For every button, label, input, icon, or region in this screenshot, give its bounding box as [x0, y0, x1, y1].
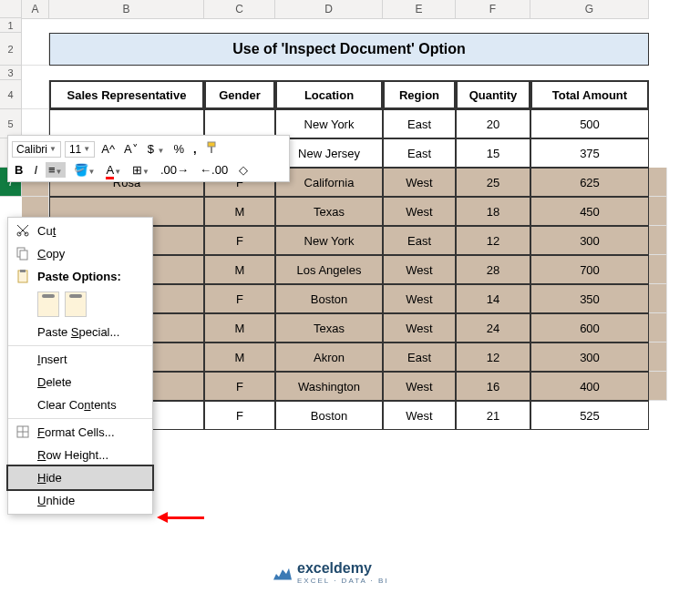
cell[interactable]: 18 — [456, 197, 530, 226]
italic-icon[interactable]: I — [31, 162, 40, 178]
format-painter-icon[interactable] — [203, 139, 223, 158]
menu-copy[interactable]: Copy — [8, 242, 152, 265]
cell[interactable]: Boston — [275, 284, 383, 313]
cell[interactable]: M — [204, 255, 275, 284]
cell[interactable]: 600 — [530, 313, 649, 343]
cell[interactable]: East — [383, 226, 456, 255]
clear-format-icon[interactable]: ◇ — [236, 162, 251, 178]
cell[interactable]: West — [383, 255, 456, 284]
bold-icon[interactable]: B — [12, 162, 26, 178]
col-B[interactable]: B — [49, 0, 204, 19]
cell[interactable]: F — [204, 401, 275, 430]
col-F[interactable]: F — [456, 0, 530, 19]
select-all-corner[interactable] — [0, 0, 22, 18]
cell[interactable]: Akron — [275, 343, 383, 372]
accounting-format-icon[interactable]: $ ▼ — [145, 141, 168, 157]
cell[interactable]: F — [204, 226, 275, 255]
cell[interactable]: 28 — [456, 255, 530, 284]
col-A[interactable]: A — [22, 0, 49, 19]
cell[interactable]: M — [204, 313, 275, 343]
increase-font-icon[interactable]: A^ — [98, 141, 118, 157]
font-selector[interactable]: Calibri▼ — [12, 141, 61, 158]
svg-rect-0 — [208, 142, 215, 147]
menu-insert[interactable]: Insert — [8, 348, 152, 371]
column-headers: A B C D E F G — [0, 0, 649, 19]
menu-row-height[interactable]: Row Height... — [8, 444, 152, 466]
row-3[interactable]: 3 — [0, 66, 22, 80]
menu-hide[interactable]: Hide — [8, 466, 152, 489]
borders-icon[interactable]: ⊞▼ — [129, 162, 152, 178]
cell[interactable]: East — [383, 343, 456, 372]
format-cells-icon — [15, 424, 30, 439]
cell[interactable]: New York — [275, 109, 383, 138]
paste-option-1[interactable] — [37, 291, 59, 317]
cell[interactable]: New Jersey — [275, 138, 383, 168]
cell[interactable]: 12 — [456, 343, 530, 372]
cell[interactable]: Boston — [275, 401, 383, 430]
cell[interactable]: 625 — [530, 168, 649, 197]
cell[interactable]: 15 — [456, 138, 530, 168]
cell[interactable]: 375 — [530, 138, 649, 168]
fill-color-icon[interactable]: 🪣▼ — [71, 162, 98, 178]
cell[interactable]: 300 — [530, 226, 649, 255]
row-1[interactable]: 1 — [0, 18, 22, 33]
col-G[interactable]: G — [530, 0, 649, 19]
cell[interactable]: West — [383, 284, 456, 313]
cell[interactable]: F — [204, 372, 275, 401]
cell[interactable]: West — [383, 313, 456, 343]
menu-cut[interactable]: Cut — [8, 220, 152, 242]
decrease-decimal-icon[interactable]: ←.00 — [197, 162, 231, 178]
col-D[interactable]: D — [275, 0, 383, 19]
cell[interactable]: West — [383, 372, 456, 401]
align-icon[interactable]: ≡▼ — [46, 162, 66, 178]
cell[interactable]: East — [383, 109, 456, 138]
cell[interactable]: 525 — [530, 401, 649, 430]
svg-rect-7 — [20, 250, 27, 260]
cell[interactable]: F — [204, 284, 275, 313]
cell[interactable]: 21 — [456, 401, 530, 430]
header-total: Total Amount — [530, 80, 649, 109]
cell[interactable]: Texas — [275, 197, 383, 226]
cell[interactable]: M — [204, 343, 275, 372]
cell[interactable]: West — [383, 168, 456, 197]
cell[interactable]: M — [204, 197, 275, 226]
col-C[interactable]: C — [204, 0, 275, 19]
cell[interactable]: 25 — [456, 168, 530, 197]
cell[interactable]: 300 — [530, 343, 649, 372]
cell[interactable]: Washington — [275, 372, 383, 401]
menu-format-cells[interactable]: Format Cells... — [8, 421, 152, 444]
row-2[interactable]: 2 — [0, 33, 22, 66]
cell[interactable]: 350 — [530, 284, 649, 313]
cell[interactable]: 20 — [456, 109, 530, 138]
col-E[interactable]: E — [383, 0, 456, 19]
percent-format-icon[interactable]: % — [170, 141, 187, 157]
font-color-icon[interactable]: A▼ — [103, 162, 124, 178]
cell[interactable]: 16 — [456, 372, 530, 401]
menu-paste-special[interactable]: Paste Special... — [8, 321, 152, 343]
font-size-selector[interactable]: 11▼ — [65, 141, 95, 158]
cell[interactable]: West — [383, 197, 456, 226]
menu-clear[interactable]: Clear Contents — [8, 394, 152, 416]
row-4[interactable]: 4 — [0, 80, 22, 109]
cell[interactable]: West — [383, 401, 456, 430]
cell[interactable]: 700 — [530, 255, 649, 284]
cell[interactable]: 24 — [456, 313, 530, 343]
cell[interactable]: California — [275, 168, 383, 197]
decrease-font-icon[interactable]: A˅ — [121, 141, 141, 157]
paste-option-2[interactable] — [65, 291, 87, 317]
menu-delete[interactable]: Delete — [8, 371, 152, 394]
cell[interactable]: Los Angeles — [275, 255, 383, 284]
increase-decimal-icon[interactable]: .00→ — [158, 162, 191, 178]
cell[interactable]: Texas — [275, 313, 383, 343]
scissors-icon — [15, 223, 30, 238]
cell[interactable]: 450 — [530, 197, 649, 226]
cell[interactable]: East — [383, 138, 456, 168]
cell[interactable]: 14 — [456, 284, 530, 313]
menu-unhide[interactable]: Unhide — [8, 489, 152, 512]
cell[interactable]: New York — [275, 226, 383, 255]
comma-format-icon[interactable]: , — [190, 141, 200, 157]
cell[interactable]: 12 — [456, 226, 530, 255]
paste-options-row — [8, 288, 152, 321]
cell[interactable]: 400 — [530, 372, 649, 401]
cell[interactable]: 500 — [530, 109, 649, 138]
